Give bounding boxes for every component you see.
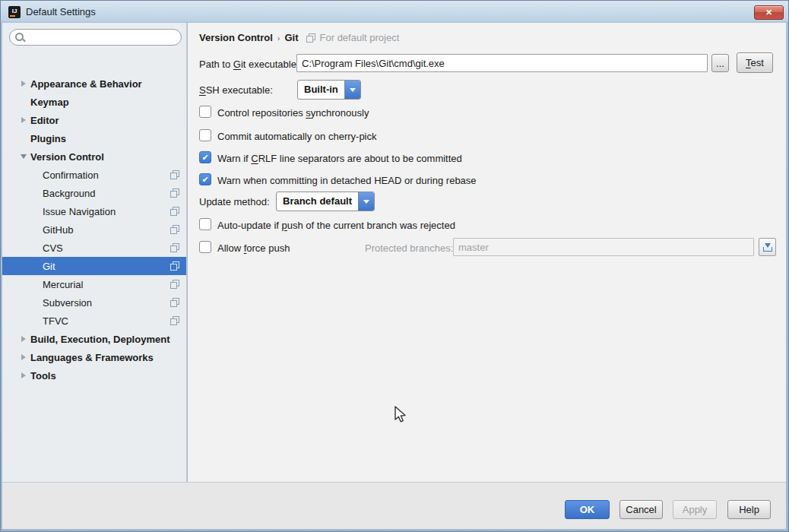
sidebar-item-confirmation[interactable]: Confirmation	[2, 166, 186, 184]
breadcrumb-page: Git	[284, 32, 298, 43]
copy-settings-icon	[170, 261, 179, 271]
chevron-right-icon	[17, 117, 30, 123]
default-project-note: For default project	[320, 32, 400, 43]
settings-search-box[interactable]	[9, 29, 182, 46]
update-method-select[interactable]: Branch default	[276, 192, 375, 211]
sidebar-item-languages-frameworks[interactable]: Languages & Frameworks	[2, 348, 186, 366]
git-path-input[interactable]	[296, 54, 708, 72]
ssh-executable-select[interactable]: Built-in	[297, 80, 361, 100]
warn-detached-head-label: Warn when committing in detached HEAD or…	[217, 175, 477, 186]
sidebar-item-git[interactable]: Git	[2, 257, 186, 275]
cancel-button[interactable]: Cancel	[619, 500, 663, 519]
sidebar-item-appearance-behavior[interactable]: Appearance & Behavior	[2, 74, 186, 93]
apply-button[interactable]: Apply	[673, 500, 717, 519]
chevron-right-icon	[17, 336, 30, 342]
chevron-down-icon	[17, 154, 30, 159]
title-bar[interactable]: IJ Default Settings ✕	[0, 0, 789, 23]
help-button[interactable]: Help	[727, 500, 771, 519]
breadcrumb-section: Version Control	[199, 32, 273, 43]
copy-settings-icon	[170, 170, 179, 179]
window-title: Default Settings	[26, 6, 96, 17]
intellij-logo-icon: IJ	[8, 6, 21, 18]
sidebar-item-mercurial[interactable]: Mercurial	[2, 275, 186, 293]
git-settings-panel: Version Control › Git For default projec…	[188, 23, 786, 482]
update-method-value: Branch default	[277, 192, 358, 211]
sidebar-item-plugins[interactable]: Plugins	[2, 129, 186, 147]
sidebar-item-tfvc[interactable]: TFVC	[2, 312, 186, 330]
auto-update-label: Auto-update if push of the current branc…	[217, 220, 455, 231]
copy-settings-icon	[170, 316, 179, 325]
dialog-footer: OK Cancel Apply Help	[2, 482, 786, 529]
ok-button[interactable]: OK	[565, 500, 610, 519]
copy-settings-icon	[170, 225, 179, 234]
allow-force-push-label: Allow force push	[217, 242, 290, 254]
control-repositories-synchronously-checkbox[interactable]: ✔	[199, 106, 211, 118]
breadcrumb-separator: ›	[277, 33, 280, 43]
sidebar-item-cvs[interactable]: CVS	[2, 239, 186, 257]
auto-update-checkbox[interactable]: ✔	[199, 218, 211, 230]
protected-branches-input[interactable]	[453, 238, 754, 256]
sidebar-item-build-execution-deployment[interactable]: Build, Execution, Deployment	[2, 330, 186, 348]
default-settings-dialog: IJ Default Settings ✕ Appearance & Behav…	[0, 0, 789, 532]
git-path-label: Path to Git executable:	[199, 59, 299, 70]
allow-force-push-checkbox[interactable]: ✔	[199, 241, 211, 253]
chevron-right-icon	[17, 372, 30, 378]
copy-settings-icon	[170, 280, 179, 289]
search-input[interactable]	[25, 30, 181, 44]
sidebar-item-version-control[interactable]: Version Control	[2, 147, 186, 166]
sidebar-item-keymap[interactable]: Keymap	[2, 93, 186, 111]
warn-crlf-checkbox[interactable]: ✔	[199, 151, 211, 163]
copy-settings-icon	[170, 298, 179, 307]
copy-settings-icon	[306, 33, 315, 43]
commit-automatically-cherry-pick-checkbox[interactable]: ✔	[199, 129, 211, 141]
import-branches-button[interactable]	[759, 238, 776, 256]
search-icon	[15, 33, 25, 43]
chevron-right-icon	[17, 354, 30, 360]
control-repositories-synchronously-label: Control repositories synchronously	[217, 107, 369, 119]
import-icon	[762, 242, 773, 252]
browse-button[interactable]: ...	[711, 54, 729, 72]
ssh-executable-value: Built-in	[298, 81, 344, 99]
chevron-right-icon	[17, 81, 30, 87]
chevron-down-icon	[344, 81, 360, 99]
check-icon: ✔	[201, 176, 208, 184]
settings-sidebar: Appearance & Behavior Keymap Editor Plug…	[2, 23, 187, 482]
copy-settings-icon	[170, 188, 179, 198]
copy-settings-icon	[170, 207, 179, 216]
protected-branches-label: Protected branches:	[365, 242, 453, 254]
warn-detached-head-checkbox[interactable]: ✔	[199, 173, 211, 185]
sidebar-item-github[interactable]: GitHub	[2, 220, 186, 239]
breadcrumb: Version Control › Git For default projec…	[199, 32, 399, 43]
warn-crlf-label: Warn if CRLF line separators are about t…	[217, 153, 462, 164]
sidebar-item-editor[interactable]: Editor	[2, 111, 186, 129]
update-method-label: Update method:	[199, 196, 270, 207]
sidebar-item-background[interactable]: Background	[2, 184, 186, 202]
test-button[interactable]: Test	[737, 52, 773, 73]
copy-settings-icon	[170, 243, 179, 252]
commit-automatically-cherry-pick-label: Commit automatically on cherry-pick	[217, 131, 377, 142]
close-button[interactable]: ✕	[754, 5, 784, 20]
sidebar-item-tools[interactable]: Tools	[2, 366, 186, 385]
ssh-executable-label: SSH executable:	[199, 84, 273, 96]
sidebar-item-issue-navigation[interactable]: Issue Navigation	[2, 202, 186, 220]
settings-tree: Appearance & Behavior Keymap Editor Plug…	[2, 50, 186, 482]
sidebar-item-subversion[interactable]: Subversion	[2, 293, 186, 312]
chevron-down-icon	[358, 192, 374, 211]
check-icon: ✔	[201, 154, 208, 162]
